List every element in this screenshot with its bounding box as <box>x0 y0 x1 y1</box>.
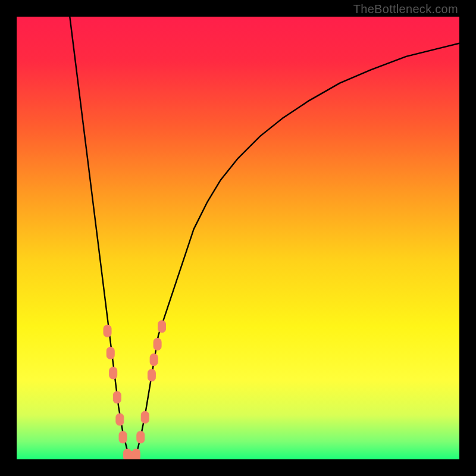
data-marker <box>158 321 166 333</box>
data-marker <box>113 392 121 403</box>
gradient-background <box>17 17 459 459</box>
data-marker <box>148 369 155 381</box>
data-marker <box>150 354 158 366</box>
plot-area <box>17 17 459 459</box>
chart-container: { "watermark": "TheBottleneck.com", "col… <box>0 0 476 476</box>
data-marker <box>137 431 145 443</box>
data-marker <box>109 367 117 379</box>
data-marker <box>107 347 114 359</box>
data-marker <box>119 431 127 443</box>
data-marker <box>154 339 161 350</box>
watermark-text: TheBottleneck.com <box>353 2 458 16</box>
data-marker <box>132 449 140 459</box>
data-marker <box>104 325 111 337</box>
chart-svg <box>17 17 459 459</box>
data-marker <box>116 414 124 425</box>
data-marker <box>141 411 149 423</box>
